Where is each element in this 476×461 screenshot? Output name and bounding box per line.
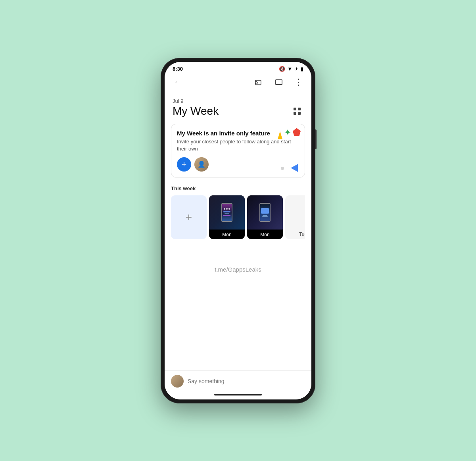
phone-screen-mini-2 bbox=[260, 204, 270, 221]
mini-dot bbox=[226, 208, 228, 210]
mini-bar-short bbox=[262, 216, 268, 217]
mini-bar bbox=[223, 215, 230, 216]
add-person-button[interactable]: + bbox=[177, 157, 191, 172]
page-title: My Week bbox=[173, 105, 219, 118]
deco-blue-arrow bbox=[291, 164, 298, 172]
day-card-mon-2[interactable]: Mon bbox=[247, 195, 283, 239]
day-card-mon-1[interactable]: Mon bbox=[209, 195, 245, 239]
status-time: 8:30 bbox=[173, 66, 183, 72]
this-week-label: This week bbox=[171, 185, 305, 191]
back-button[interactable]: ← bbox=[171, 76, 184, 89]
more-icon: ⋮ bbox=[294, 77, 303, 87]
svg-rect-2 bbox=[294, 108, 296, 110]
deco-green-star: ✦ bbox=[284, 128, 291, 137]
phone-mockup-1 bbox=[221, 203, 232, 222]
phone-screen: 8:30 🔇 ▼ ✈ ▮ ← bbox=[165, 62, 311, 399]
media-preview-2 bbox=[247, 195, 283, 230]
comment-avatar bbox=[171, 375, 184, 388]
day-label-text-1: Mon bbox=[222, 232, 231, 237]
watermark: t.me/GappsLeaks bbox=[165, 242, 311, 297]
invite-card: My Week is an invite only feature Invite… bbox=[171, 124, 305, 177]
home-indicator bbox=[165, 392, 311, 399]
wifi-icon: ▼ bbox=[287, 66, 292, 72]
mute-icon: 🔇 bbox=[279, 66, 285, 72]
battery-icon: ▮ bbox=[301, 66, 303, 72]
tabs-button[interactable] bbox=[273, 76, 285, 89]
day-label-1: Mon bbox=[209, 230, 245, 239]
mini-dot bbox=[224, 208, 225, 210]
deco-yellow-shape bbox=[278, 131, 282, 139]
phone-mockup-2 bbox=[259, 203, 271, 222]
day-card-tue[interactable]: Tue bbox=[285, 195, 305, 239]
avatar-image: 👤 bbox=[194, 157, 209, 172]
day-label-2: Mon bbox=[247, 230, 283, 239]
status-icons: 🔇 ▼ ✈ ▮ bbox=[279, 66, 303, 72]
deco-red-shape bbox=[293, 128, 301, 136]
page-title-row: My Week bbox=[173, 105, 303, 118]
back-icon: ← bbox=[174, 78, 181, 86]
grid-view-button[interactable] bbox=[291, 105, 303, 118]
mini-dots-1 bbox=[224, 208, 230, 210]
day-label-text-2: Mon bbox=[260, 232, 269, 237]
media-preview-1 bbox=[209, 195, 245, 230]
invite-card-desc: Invite your closest people to follow alo… bbox=[177, 138, 299, 152]
add-day-card[interactable]: + bbox=[171, 195, 207, 239]
comment-input[interactable] bbox=[188, 378, 305, 384]
phone-frame: 8:30 🔇 ▼ ✈ ▮ ← bbox=[161, 58, 315, 403]
week-scroll[interactable]: + bbox=[171, 195, 305, 241]
watermark-text: t.me/GappsLeaks bbox=[215, 266, 261, 273]
add-day-icon: + bbox=[186, 211, 192, 224]
deco-dot bbox=[281, 167, 284, 170]
cast-button[interactable] bbox=[253, 76, 265, 89]
page-date: Jul 9 bbox=[173, 98, 303, 104]
more-button[interactable]: ⋮ bbox=[292, 76, 305, 89]
page-header: Jul 9 My Week bbox=[165, 92, 311, 121]
mini-dot bbox=[228, 208, 230, 210]
airplane-icon: ✈ bbox=[294, 66, 299, 72]
nav-bar: ← ⋮ bbox=[165, 74, 311, 92]
svg-point-1 bbox=[255, 83, 256, 84]
rect-icon bbox=[275, 79, 282, 85]
status-bar: 8:30 🔇 ▼ ✈ ▮ bbox=[165, 62, 311, 74]
mini-bar bbox=[223, 211, 230, 212]
home-bar bbox=[214, 394, 262, 395]
comment-bar bbox=[165, 370, 311, 392]
nav-right: ⋮ bbox=[253, 76, 305, 89]
invite-avatars: + 👤 bbox=[177, 157, 299, 172]
mini-bar-short bbox=[225, 213, 229, 214]
svg-rect-4 bbox=[294, 112, 296, 115]
content-area: Jul 9 My Week My Week is an invite bbox=[165, 92, 311, 370]
nav-left: ← bbox=[171, 76, 184, 89]
svg-rect-5 bbox=[298, 112, 301, 115]
mini-bar bbox=[261, 208, 269, 214]
this-week-section: This week + bbox=[165, 181, 311, 242]
side-button bbox=[315, 129, 317, 149]
card-decorations: ✦ bbox=[278, 128, 301, 139]
svg-rect-3 bbox=[298, 108, 301, 110]
avatar: 👤 bbox=[194, 157, 209, 172]
phone-screen-mini-1 bbox=[222, 204, 232, 221]
